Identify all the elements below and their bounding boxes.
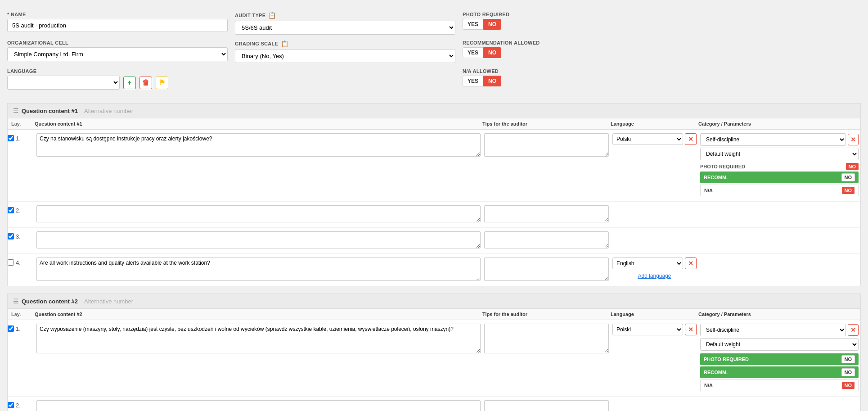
q2-r2-content — [35, 399, 482, 411]
q2-weight-select[interactable]: Default weight Weight 1 — [700, 338, 859, 351]
top-row-3: LANGUAGE Polski English Deutsch + 🗑 ⚑ N/… — [7, 68, 861, 96]
na-allowed-toggle: YES NO — [463, 76, 580, 86]
q1-r2-check: 2. — [8, 204, 35, 214]
q1-r4-textarea[interactable]: Are all work instructions and quality al… — [36, 257, 481, 281]
delete-language-button[interactable]: 🗑 — [139, 77, 152, 89]
q1-r4-checkbox[interactable] — [8, 259, 14, 266]
question-block-2-title: Question content #2 — [22, 298, 78, 305]
add-language-button[interactable]: + — [123, 77, 136, 89]
audit-type-info-icon[interactable]: 📋 — [268, 12, 276, 19]
q2-row-1: 1. Czy wyposażenie (maszyny, stoły, narz… — [8, 320, 860, 397]
q1-r2-tips — [482, 204, 611, 225]
q1-r3-checkbox[interactable] — [8, 233, 14, 239]
flag-language-button[interactable]: ⚑ — [156, 77, 168, 89]
language-label: LANGUAGE — [7, 68, 228, 74]
question-block-2: ☰ Question content #2 Alternative number… — [7, 294, 861, 411]
col-headers-2: Lay. Question content #2 Tips for the au… — [8, 309, 860, 320]
q2-photo-req-bar: PHOTO REQUIRED NO — [700, 353, 859, 365]
q1-r4-lang: English Polski ✕ Add language — [611, 257, 698, 282]
na-allowed-field-group: N/A ALLOWED YES NO — [463, 68, 580, 96]
q1-r1-tips-textarea[interactable] — [484, 133, 609, 157]
q1-recomm-label: RECOMM. — [704, 175, 728, 180]
rec-no-button[interactable]: NO — [483, 47, 501, 58]
q2-photo-req-label: PHOTO REQUIRED — [704, 357, 749, 362]
hamburger-icon-2[interactable]: ☰ — [13, 298, 19, 305]
q2-r1-num: 1. — [16, 325, 21, 332]
col-h-question-2: Question content #2 — [35, 312, 482, 317]
q1-r1-textarea[interactable]: Czy na stanowisku są dostępne instrukcje… — [36, 133, 481, 157]
col-h-question-1: Question content #1 — [35, 121, 482, 126]
q2-r2-textarea[interactable] — [36, 400, 481, 411]
q2-r1-tips-textarea[interactable] — [484, 324, 609, 353]
q2-r1-delete-btn[interactable]: ✕ — [685, 324, 697, 335]
col-h-cat-2: Category / Parameters — [698, 312, 860, 317]
q2-r1-lang-select[interactable]: Polski English — [612, 324, 683, 335]
q1-photo-req-val: NO — [846, 163, 859, 170]
q1-r2-textarea[interactable] — [36, 205, 481, 222]
q2-r2-cat — [698, 399, 860, 401]
audit-type-field-group: AUDIT TYPE 📋 5S/6S audit Safety audit Qu… — [235, 12, 455, 35]
q2-r1-cat: Self-discipline Seiri ✕ Default weight W… — [698, 323, 860, 393]
q1-row-2: 2. — [8, 202, 860, 228]
q1-r3-cat — [698, 230, 860, 232]
q1-r2-checkbox[interactable] — [8, 207, 14, 213]
question-block-1: ☰ Question content #1 Alternative number… — [7, 103, 861, 286]
q2-r1-textarea[interactable]: Czy wyposażenie (maszyny, stoły, narzędz… — [36, 324, 481, 353]
rec-yes-button[interactable]: YES — [463, 47, 483, 58]
col-h-lang-2: Language — [611, 312, 698, 317]
q2-r2-tips-textarea[interactable] — [484, 400, 609, 411]
q1-r1-content: Czy na stanowisku są dostępne instrukcje… — [35, 132, 482, 159]
recommendation-field-group: RECOMMENDATION ALLOWED YES NO — [463, 40, 580, 63]
hamburger-icon-1[interactable]: ☰ — [13, 107, 19, 114]
q1-r2-tips-textarea[interactable] — [484, 205, 609, 222]
col-h-tips-2: Tips for the auditor — [482, 312, 611, 317]
q1-r4-delete-btn[interactable]: ✕ — [685, 257, 697, 269]
recommendation-toggle: YES NO — [463, 47, 580, 58]
audit-type-select[interactable]: 5S/6S audit Safety audit Quality audit — [235, 21, 455, 35]
q1-r3-content — [35, 230, 482, 251]
q1-r3-tips-textarea[interactable] — [484, 231, 609, 248]
q1-weight-select[interactable]: Default weight Weight 1 — [700, 148, 859, 160]
na-no-button[interactable]: NO — [483, 76, 501, 86]
q1-cat-select[interactable]: Self-discipline Seiri — [700, 133, 846, 146]
q1-r1-checkbox[interactable] — [8, 135, 14, 141]
photo-required-label: PHOTO REQUIRED — [463, 12, 580, 17]
q1-r4-tips — [482, 257, 611, 283]
top-row-1: * NAME AUDIT TYPE 📋 5S/6S audit Safety a… — [7, 12, 861, 35]
q1-r3-textarea[interactable] — [36, 231, 481, 248]
q1-r2-cat — [698, 204, 860, 206]
q1-r1-lang-select[interactable]: Polski English — [612, 133, 683, 145]
q1-r3-tips — [482, 230, 611, 251]
q1-r1-delete-btn[interactable]: ✕ — [685, 133, 697, 145]
q2-r2-checkbox[interactable] — [8, 402, 14, 408]
q1-na-bar: N/A NO — [700, 185, 859, 196]
recommendation-label: RECOMMENDATION ALLOWED — [463, 40, 580, 45]
language-select[interactable]: Polski English Deutsch — [7, 76, 120, 90]
q1-add-language-link[interactable]: Add language — [612, 271, 697, 281]
q2-na-label: N/A — [704, 383, 713, 388]
form-container: * NAME AUDIT TYPE 📋 5S/6S audit Safety a… — [7, 7, 861, 411]
name-field-group: * NAME — [7, 12, 228, 35]
q2-cat-select[interactable]: Self-discipline Seiri — [700, 324, 846, 336]
q1-r1-lang-row: Polski English ✕ — [612, 133, 697, 145]
q1-r1-lang: Polski English ✕ — [611, 132, 698, 146]
language-row: Polski English Deutsch + 🗑 ⚑ — [7, 76, 228, 90]
grading-scale-label: GRADING SCALE — [235, 41, 278, 46]
q1-r4-tips-textarea[interactable] — [484, 257, 609, 281]
org-cell-field-group: ORGANIZATIONAL CELL Simple Company Ltd. … — [7, 40, 228, 63]
q2-cat-delete-btn[interactable]: ✕ — [848, 324, 859, 336]
grading-scale-info-icon[interactable]: 📋 — [281, 40, 288, 47]
grading-scale-select[interactable]: Binary (No, Yes) 1-5 scale 1-10 scale — [235, 49, 455, 63]
photo-no-button[interactable]: NO — [483, 19, 501, 30]
q1-photo-req-label: PHOTO REQUIRED — [700, 164, 745, 169]
q2-recomm-label: RECOMM. — [704, 370, 728, 375]
org-cell-select[interactable]: Simple Company Ltd. Firm — [7, 47, 228, 61]
q2-r1-lang-row: Polski English ✕ — [612, 324, 697, 335]
photo-yes-button[interactable]: YES — [463, 19, 483, 30]
q1-cat-delete-btn[interactable]: ✕ — [848, 134, 859, 145]
name-input[interactable] — [7, 19, 228, 32]
col-h-cat-1: Category / Parameters — [698, 121, 860, 126]
q1-r4-lang-select[interactable]: English Polski — [612, 257, 683, 269]
na-yes-button[interactable]: YES — [463, 76, 483, 86]
q2-r1-checkbox[interactable] — [8, 325, 14, 332]
